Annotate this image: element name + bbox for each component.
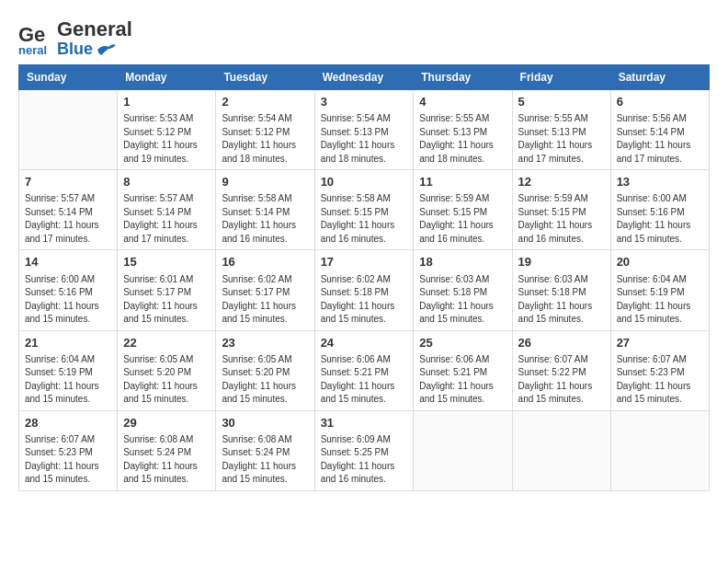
day-info: Sunrise: 6:08 AM Sunset: 5:24 PM Dayligh… — [222, 433, 308, 487]
calendar-cell — [414, 410, 512, 490]
calendar-cell: 27Sunrise: 6:07 AM Sunset: 5:23 PM Dayli… — [610, 330, 709, 410]
day-number: 12 — [518, 174, 605, 190]
day-number: 9 — [222, 174, 308, 190]
day-number: 17 — [321, 254, 408, 270]
weekday-header: Sunday — [19, 64, 118, 89]
day-info: Sunrise: 6:00 AM Sunset: 5:16 PM Dayligh… — [25, 273, 111, 327]
day-number: 15 — [123, 254, 210, 270]
calendar-cell: 2Sunrise: 5:54 AM Sunset: 5:12 PM Daylig… — [216, 89, 314, 169]
day-number: 3 — [321, 94, 408, 110]
day-number: 6 — [617, 94, 703, 110]
logo-general: General — [57, 18, 132, 40]
day-number: 16 — [222, 254, 308, 270]
calendar-week-row: 28Sunrise: 6:07 AM Sunset: 5:23 PM Dayli… — [19, 410, 710, 490]
weekday-header: Friday — [512, 64, 610, 89]
day-info: Sunrise: 6:04 AM Sunset: 5:19 PM Dayligh… — [25, 353, 111, 407]
day-number: 2 — [222, 94, 308, 110]
day-info: Sunrise: 5:59 AM Sunset: 5:15 PM Dayligh… — [419, 192, 506, 246]
day-number: 18 — [419, 254, 506, 270]
day-number: 20 — [617, 254, 703, 270]
calendar-cell: 22Sunrise: 6:05 AM Sunset: 5:20 PM Dayli… — [118, 330, 216, 410]
page-header: Ge neral General Blue — [18, 18, 710, 59]
day-info: Sunrise: 5:55 AM Sunset: 5:13 PM Dayligh… — [419, 112, 506, 166]
day-number: 21 — [25, 335, 111, 351]
logo-icon: Ge neral — [18, 19, 53, 54]
calendar-cell: 1Sunrise: 5:53 AM Sunset: 5:12 PM Daylig… — [118, 89, 216, 169]
calendar-week-row: 7Sunrise: 5:57 AM Sunset: 5:14 PM Daylig… — [19, 170, 710, 250]
day-info: Sunrise: 5:58 AM Sunset: 5:15 PM Dayligh… — [321, 192, 408, 246]
calendar-cell: 21Sunrise: 6:04 AM Sunset: 5:19 PM Dayli… — [19, 330, 118, 410]
calendar-cell — [512, 410, 610, 490]
day-number: 7 — [25, 174, 111, 190]
day-number: 13 — [617, 174, 703, 190]
calendar-cell: 11Sunrise: 5:59 AM Sunset: 5:15 PM Dayli… — [414, 170, 512, 250]
weekday-header: Thursday — [414, 64, 512, 89]
calendar-table: SundayMondayTuesdayWednesdayThursdayFrid… — [18, 64, 710, 491]
day-info: Sunrise: 5:59 AM Sunset: 5:15 PM Dayligh… — [518, 192, 605, 246]
calendar-cell: 28Sunrise: 6:07 AM Sunset: 5:23 PM Dayli… — [19, 410, 118, 490]
calendar-cell — [19, 89, 118, 169]
weekday-header: Monday — [118, 64, 216, 89]
day-info: Sunrise: 6:02 AM Sunset: 5:18 PM Dayligh… — [321, 273, 408, 327]
calendar-cell: 4Sunrise: 5:55 AM Sunset: 5:13 PM Daylig… — [414, 89, 512, 169]
day-info: Sunrise: 6:06 AM Sunset: 5:21 PM Dayligh… — [419, 353, 506, 407]
day-info: Sunrise: 5:56 AM Sunset: 5:14 PM Dayligh… — [617, 112, 703, 166]
day-info: Sunrise: 6:03 AM Sunset: 5:18 PM Dayligh… — [518, 273, 605, 327]
calendar-cell: 23Sunrise: 6:05 AM Sunset: 5:20 PM Dayli… — [216, 330, 314, 410]
calendar-cell: 12Sunrise: 5:59 AM Sunset: 5:15 PM Dayli… — [512, 170, 610, 250]
day-info: Sunrise: 6:09 AM Sunset: 5:25 PM Dayligh… — [321, 433, 408, 487]
day-number: 22 — [123, 335, 210, 351]
day-number: 14 — [25, 254, 111, 270]
weekday-header: Tuesday — [216, 64, 314, 89]
calendar-cell: 26Sunrise: 6:07 AM Sunset: 5:22 PM Dayli… — [512, 330, 610, 410]
day-info: Sunrise: 6:05 AM Sunset: 5:20 PM Dayligh… — [222, 353, 308, 407]
calendar-cell: 19Sunrise: 6:03 AM Sunset: 5:18 PM Dayli… — [512, 250, 610, 330]
day-number: 11 — [419, 174, 506, 190]
logo-bird-icon — [96, 42, 116, 57]
day-info: Sunrise: 6:02 AM Sunset: 5:17 PM Dayligh… — [222, 273, 308, 327]
day-number: 27 — [617, 335, 703, 351]
calendar-cell: 8Sunrise: 5:57 AM Sunset: 5:14 PM Daylig… — [118, 170, 216, 250]
calendar-cell: 13Sunrise: 6:00 AM Sunset: 5:16 PM Dayli… — [610, 170, 709, 250]
day-info: Sunrise: 5:53 AM Sunset: 5:12 PM Dayligh… — [123, 112, 210, 166]
day-info: Sunrise: 6:08 AM Sunset: 5:24 PM Dayligh… — [123, 433, 210, 487]
calendar-week-row: 14Sunrise: 6:00 AM Sunset: 5:16 PM Dayli… — [19, 250, 710, 330]
day-number: 1 — [123, 94, 210, 110]
calendar-cell: 10Sunrise: 5:58 AM Sunset: 5:15 PM Dayli… — [314, 170, 414, 250]
svg-text:neral: neral — [18, 43, 47, 54]
calendar-cell: 20Sunrise: 6:04 AM Sunset: 5:19 PM Dayli… — [610, 250, 709, 330]
day-info: Sunrise: 6:07 AM Sunset: 5:23 PM Dayligh… — [25, 433, 111, 487]
calendar-cell: 31Sunrise: 6:09 AM Sunset: 5:25 PM Dayli… — [314, 410, 414, 490]
day-info: Sunrise: 6:07 AM Sunset: 5:22 PM Dayligh… — [518, 353, 605, 407]
calendar-cell: 24Sunrise: 6:06 AM Sunset: 5:21 PM Dayli… — [314, 330, 414, 410]
day-info: Sunrise: 5:57 AM Sunset: 5:14 PM Dayligh… — [25, 192, 111, 246]
weekday-header: Saturday — [610, 64, 709, 89]
calendar-cell — [610, 410, 709, 490]
day-info: Sunrise: 5:57 AM Sunset: 5:14 PM Dayligh… — [123, 192, 210, 246]
logo-blue: Blue — [57, 40, 132, 59]
day-number: 5 — [518, 94, 605, 110]
day-info: Sunrise: 6:04 AM Sunset: 5:19 PM Dayligh… — [617, 273, 703, 327]
day-info: Sunrise: 6:03 AM Sunset: 5:18 PM Dayligh… — [419, 273, 506, 327]
calendar-cell: 18Sunrise: 6:03 AM Sunset: 5:18 PM Dayli… — [414, 250, 512, 330]
day-number: 24 — [321, 335, 408, 351]
calendar-cell: 9Sunrise: 5:58 AM Sunset: 5:14 PM Daylig… — [216, 170, 314, 250]
day-number: 25 — [419, 335, 506, 351]
calendar-cell: 29Sunrise: 6:08 AM Sunset: 5:24 PM Dayli… — [118, 410, 216, 490]
calendar-cell: 30Sunrise: 6:08 AM Sunset: 5:24 PM Dayli… — [216, 410, 314, 490]
day-number: 31 — [321, 415, 408, 431]
day-info: Sunrise: 5:54 AM Sunset: 5:13 PM Dayligh… — [321, 112, 408, 166]
day-number: 23 — [222, 335, 308, 351]
day-number: 19 — [518, 254, 605, 270]
calendar-cell: 16Sunrise: 6:02 AM Sunset: 5:17 PM Dayli… — [216, 250, 314, 330]
calendar-cell: 25Sunrise: 6:06 AM Sunset: 5:21 PM Dayli… — [414, 330, 512, 410]
day-info: Sunrise: 6:00 AM Sunset: 5:16 PM Dayligh… — [617, 192, 703, 246]
day-info: Sunrise: 6:06 AM Sunset: 5:21 PM Dayligh… — [321, 353, 408, 407]
calendar-cell: 14Sunrise: 6:00 AM Sunset: 5:16 PM Dayli… — [19, 250, 118, 330]
calendar-cell: 15Sunrise: 6:01 AM Sunset: 5:17 PM Dayli… — [118, 250, 216, 330]
calendar-cell: 17Sunrise: 6:02 AM Sunset: 5:18 PM Dayli… — [314, 250, 414, 330]
day-number: 8 — [123, 174, 210, 190]
day-info: Sunrise: 5:58 AM Sunset: 5:14 PM Dayligh… — [222, 192, 308, 246]
day-info: Sunrise: 5:55 AM Sunset: 5:13 PM Dayligh… — [518, 112, 605, 166]
day-info: Sunrise: 6:05 AM Sunset: 5:20 PM Dayligh… — [123, 353, 210, 407]
